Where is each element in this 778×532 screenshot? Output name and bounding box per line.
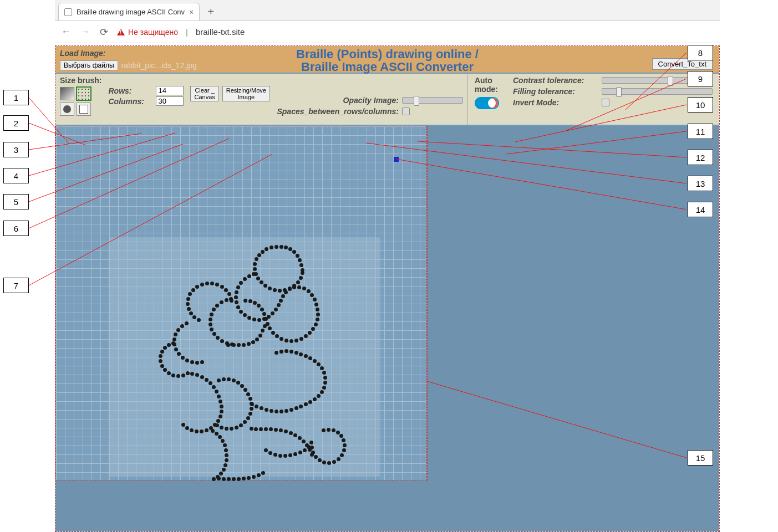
- url-text[interactable]: braille-txt.site: [196, 27, 245, 37]
- filling-label: Filling tolerance:: [513, 87, 596, 96]
- warning-icon: [117, 29, 125, 35]
- canvas-area[interactable]: [55, 126, 719, 531]
- header-band: Load Image: Выбрать файлы rabbit_pic...i…: [55, 46, 719, 73]
- invert-checkbox[interactable]: [602, 99, 609, 106]
- spaces-label: Spaces_between_rows/columns:: [277, 107, 399, 116]
- filling-slider[interactable]: [602, 88, 713, 95]
- invert-label: Invert Mode:: [513, 98, 596, 107]
- contrast-slider[interactable]: [602, 77, 713, 84]
- clear-canvas-button[interactable]: Clear _ Canvas: [190, 86, 218, 101]
- brush-soft[interactable]: [60, 87, 74, 100]
- columns-input[interactable]: [156, 96, 184, 106]
- callout-5: 5: [3, 194, 29, 209]
- size-brush-label: Size brush:: [60, 76, 101, 85]
- page-icon: [64, 8, 72, 16]
- opacity-slider[interactable]: [402, 97, 463, 104]
- auto-mode-label: Auto mode:: [475, 76, 502, 94]
- back-button[interactable]: ←: [60, 26, 72, 38]
- address-bar: ← → ⟳ Не защищено | braille-txt.site: [55, 21, 720, 43]
- close-icon[interactable]: ×: [189, 8, 194, 17]
- brush-circle[interactable]: [60, 103, 74, 116]
- resize-handle[interactable]: [394, 157, 399, 162]
- load-image-label: Load Image:: [60, 49, 105, 58]
- resize-move-button[interactable]: Resizing/Move Image: [222, 86, 270, 101]
- callout-6: 6: [3, 221, 29, 236]
- opacity-label: Opacity Image:: [277, 96, 399, 105]
- address-separator: |: [186, 27, 188, 37]
- forward-button[interactable]: →: [79, 26, 90, 38]
- browser-chrome: Braille drawing image ASCII Conv × + ← →…: [55, 0, 720, 43]
- app-window: Load Image: Выбрать файлы rabbit_pic...i…: [55, 45, 720, 532]
- callout-4: 4: [3, 168, 29, 183]
- rows-label: Rows:: [108, 86, 152, 95]
- columns-label: Columns:: [108, 97, 152, 106]
- choose-file-button[interactable]: Выбрать файлы: [60, 60, 118, 70]
- callout-1: 1: [3, 90, 29, 105]
- chosen-file-name: rabbit_pic...ids_12.jpg: [121, 61, 197, 70]
- controls-band: Size brush: Rows: Columns:: [55, 73, 719, 126]
- right-controls: Auto mode: Contrast tolerance: Filling t…: [468, 74, 719, 125]
- new-tab-button[interactable]: +: [203, 4, 218, 19]
- rows-input[interactable]: [156, 86, 184, 95]
- contrast-label: Contrast tolerance:: [513, 76, 596, 85]
- reload-button[interactable]: ⟳: [98, 26, 109, 38]
- left-controls: Size brush: Rows: Columns:: [55, 74, 468, 125]
- callout-2: 2: [3, 115, 29, 131]
- drawing-grid[interactable]: [55, 126, 427, 480]
- brush-dots[interactable]: [77, 87, 91, 100]
- callout-7: 7: [3, 278, 29, 293]
- canvas-right-edge[interactable]: [427, 126, 428, 480]
- brush-square[interactable]: [77, 103, 91, 116]
- security-text: Не защищено: [128, 28, 178, 37]
- braille-dots-layer: [56, 126, 426, 480]
- tab-title: Braille drawing image ASCII Conv: [77, 8, 185, 16]
- convert-to-txt-button[interactable]: Convert_To_txt: [652, 58, 713, 70]
- tab-strip: Braille drawing image ASCII Conv × +: [55, 0, 720, 21]
- browser-tab[interactable]: Braille drawing image ASCII Conv ×: [58, 3, 200, 21]
- auto-mode-toggle[interactable]: [475, 97, 499, 109]
- security-status[interactable]: Не защищено: [117, 28, 178, 37]
- spaces-checkbox[interactable]: [402, 108, 410, 115]
- callout-3: 3: [3, 142, 29, 157]
